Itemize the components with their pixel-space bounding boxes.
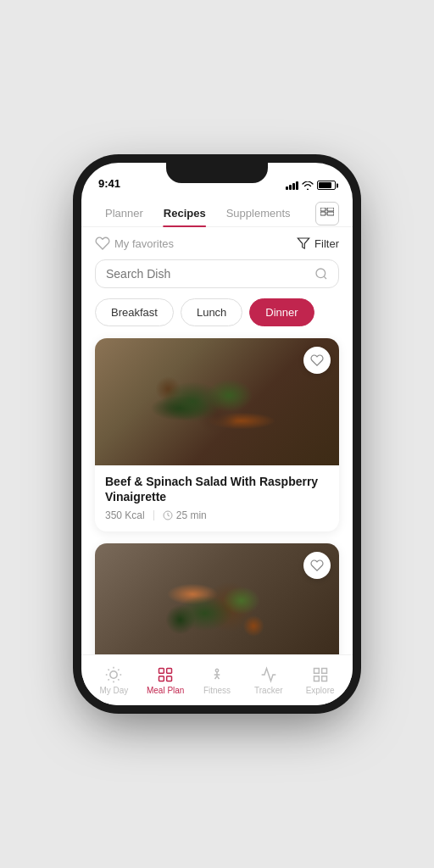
svg-rect-21 xyxy=(167,676,172,681)
clock-icon xyxy=(163,510,173,520)
tab-recipes[interactable]: Recipes xyxy=(153,200,216,226)
status-time: 9:41 xyxy=(98,177,120,190)
top-navigation: Planner Recipes Supplements xyxy=(81,193,353,227)
nav-item-my-day[interactable]: My Day xyxy=(88,666,140,695)
favorite-button[interactable] xyxy=(303,552,331,579)
status-icons xyxy=(286,181,336,190)
tracker-icon xyxy=(260,666,277,683)
search-icon xyxy=(314,267,328,281)
nav-label-fitness: Fitness xyxy=(203,686,231,695)
tab-planner[interactable]: Planner xyxy=(95,200,153,226)
fitness-icon xyxy=(209,666,225,683)
filter-row: My favorites Filter xyxy=(81,227,353,259)
recipe-image xyxy=(95,338,339,465)
svg-line-17 xyxy=(119,669,120,670)
nav-label-tracker: Tracker xyxy=(254,686,283,695)
meta-divider xyxy=(153,510,154,520)
favorite-button[interactable] xyxy=(303,347,331,374)
favorites-button[interactable]: My favorites xyxy=(95,236,174,251)
svg-rect-2 xyxy=(320,212,326,215)
svg-line-16 xyxy=(108,679,109,680)
battery-icon xyxy=(317,181,336,190)
nav-item-meal-plan[interactable]: Meal Plan xyxy=(140,666,192,695)
phone-shell: 9:41 Planner xyxy=(81,163,353,705)
filter-button[interactable]: Filter xyxy=(297,236,339,250)
svg-rect-19 xyxy=(167,668,172,673)
recipe-card[interactable]: Beef & Spinach Salad With Raspberry Vina… xyxy=(95,338,339,531)
nav-label-my-day: My Day xyxy=(99,686,128,695)
meal-plan-icon xyxy=(157,666,174,683)
sun-icon xyxy=(105,666,122,683)
svg-rect-3 xyxy=(327,212,334,215)
pill-dinner[interactable]: Dinner xyxy=(249,298,314,326)
svg-line-6 xyxy=(324,276,326,279)
wifi-icon xyxy=(302,181,314,190)
list-icon[interactable] xyxy=(315,202,339,225)
pill-breakfast[interactable]: Breakfast xyxy=(95,298,174,326)
tab-supplements[interactable]: Supplements xyxy=(216,200,301,226)
pill-lunch[interactable]: Lunch xyxy=(181,298,242,326)
recipe-title: Beef & Spinach Salad With Raspberry Vina… xyxy=(105,474,329,504)
recipe-meta: 350 Kcal 25 min xyxy=(105,509,329,521)
svg-rect-0 xyxy=(320,208,326,211)
nav-item-tracker[interactable]: Tracker xyxy=(242,666,294,695)
svg-line-12 xyxy=(108,669,109,670)
svg-point-5 xyxy=(316,269,326,278)
svg-marker-4 xyxy=(298,238,309,248)
svg-point-22 xyxy=(215,669,218,671)
recipe-body: Beef & Spinach Salad With Raspberry Vina… xyxy=(95,465,339,531)
notch xyxy=(166,163,268,183)
svg-point-9 xyxy=(110,670,117,677)
nav-item-fitness[interactable]: Fitness xyxy=(192,666,243,695)
favorites-label: My favorites xyxy=(114,237,174,250)
filter-label: Filter xyxy=(314,237,339,250)
recipe-image xyxy=(95,543,339,654)
nav-tabs: Planner Recipes Supplements xyxy=(95,200,315,226)
explore-icon xyxy=(312,666,329,683)
category-pills: Breakfast Lunch Dinner xyxy=(81,298,353,338)
signal-icon xyxy=(286,181,298,190)
recipe-time: 25 min xyxy=(163,509,207,521)
svg-rect-1 xyxy=(327,208,334,211)
nav-label-explore: Explore xyxy=(306,686,335,695)
search-bar[interactable] xyxy=(95,259,339,288)
nav-label-meal-plan: Meal Plan xyxy=(147,686,184,695)
svg-rect-20 xyxy=(159,676,164,681)
recipe-kcal: 350 Kcal xyxy=(105,509,145,521)
main-content: Planner Recipes Supplements xyxy=(81,193,353,654)
nav-item-explore[interactable]: Explore xyxy=(294,666,346,695)
recipe-card[interactable]: Grilled Beef & Arugula Salad 420 Kcal 30… xyxy=(95,543,339,654)
search-input[interactable] xyxy=(106,267,314,281)
svg-line-13 xyxy=(119,679,120,680)
bottom-navigation: My Day Meal Plan Fitness xyxy=(81,654,353,705)
svg-rect-18 xyxy=(159,668,164,673)
